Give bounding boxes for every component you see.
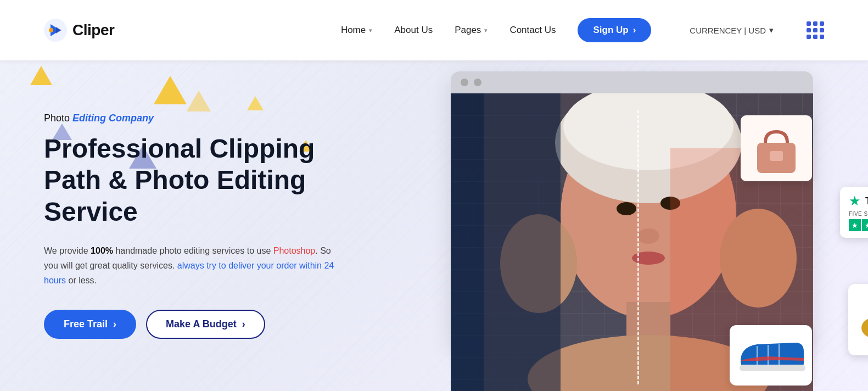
hero-subtitle: Photo Editing Company (44, 113, 373, 124)
signup-button[interactable]: Sign Up › (578, 18, 651, 42)
product-shoe-thumbnail (730, 325, 812, 386)
triangle-yellow-large (154, 76, 187, 104)
arrow-icon: › (633, 25, 636, 36)
star-1: ★ (849, 219, 861, 231)
free-trail-button[interactable]: Free Trail › (44, 310, 136, 339)
hero-image-area: ★ Trustpilot FIVE STAR REVIEWS ★ ★ ★ ★ ★ (373, 60, 824, 391)
nav-home[interactable]: Home ▾ (341, 25, 372, 36)
svg-point-8 (617, 202, 636, 215)
svg-point-3 (49, 28, 53, 32)
nav-links: Home ▾ About Us Pages ▾ Contact Us Sign … (341, 18, 824, 42)
product-ring-thumbnail (848, 284, 868, 355)
product-bag-thumbnail (741, 115, 812, 181)
make-budget-button[interactable]: Make A Budget › (146, 310, 265, 339)
cta-buttons: Free Trail › Make A Budget › (44, 310, 373, 339)
hero-description: We provide 100% handmade photo editing s… (44, 243, 335, 288)
chevron-down-icon: ▾ (769, 25, 774, 35)
hero-title: Professional Clipping Path & Photo Editi… (44, 133, 373, 228)
chevron-down-icon: ▾ (484, 27, 488, 34)
shoe-image (735, 331, 807, 380)
nav-contact[interactable]: Contact Us (509, 25, 556, 36)
svg-rect-19 (770, 151, 783, 161)
bag-image (749, 121, 804, 176)
arrow-icon: › (113, 319, 116, 330)
trustpilot-header: ★ Trustpilot (849, 193, 868, 209)
triangle-yellow-sm2 (247, 96, 264, 110)
logo-text: Cliper (72, 21, 114, 39)
ring-image (856, 292, 868, 347)
hero-section: Photo Editing Company Professional Clipp… (0, 60, 868, 391)
browser-dot (474, 79, 481, 86)
hero-content: Photo Editing Company Professional Clipp… (44, 113, 373, 339)
svg-rect-17 (451, 93, 561, 391)
svg-point-20 (865, 319, 868, 337)
trustpilot-badge: ★ Trustpilot FIVE STAR REVIEWS ★ ★ ★ ★ ★ (840, 187, 868, 238)
svg-point-10 (637, 228, 659, 244)
trustpilot-star-icon: ★ (849, 193, 861, 209)
browser-dot (461, 79, 468, 86)
star-2: ★ (862, 219, 868, 231)
triangle-yellow-outline (187, 91, 211, 111)
svg-rect-24 (740, 365, 805, 371)
chevron-down-icon: ▾ (369, 27, 372, 34)
svg-point-11 (632, 252, 665, 265)
logo[interactable]: Cliper (44, 19, 114, 42)
navbar: Cliper Home ▾ About Us Pages ▾ Contact U… (0, 0, 868, 60)
triangle-yellow-small (30, 66, 52, 85)
trustpilot-stars: ★ ★ ★ ★ ★ (849, 219, 868, 231)
arrow-icon: › (242, 319, 245, 330)
nav-about[interactable]: About Us (394, 25, 433, 36)
logo-icon (44, 19, 67, 42)
browser-bar (451, 71, 813, 93)
grid-menu-icon[interactable] (807, 21, 824, 39)
currency-selector[interactable]: CURRENCEY | USD ▾ (690, 25, 774, 35)
clip-path-line (637, 110, 639, 384)
nav-pages[interactable]: Pages ▾ (455, 25, 488, 36)
